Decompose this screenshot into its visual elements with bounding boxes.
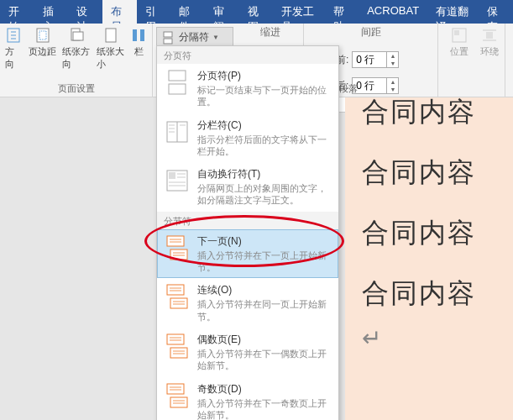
break-type-icon bbox=[164, 167, 191, 194]
item-description: 指示分栏符后面的文字将从下一栏开始。 bbox=[197, 134, 332, 158]
label: 纸张大小 bbox=[97, 45, 125, 71]
document-text-line[interactable]: 合同内容 bbox=[345, 97, 513, 143]
svg-rect-23 bbox=[167, 334, 184, 344]
label: 位置 bbox=[450, 45, 469, 58]
tab-开始[interactable]: 开始 bbox=[0, 0, 34, 24]
break-type-icon bbox=[164, 118, 191, 145]
svg-rect-26 bbox=[170, 397, 187, 407]
spacing-after-spinner[interactable]: ▲▼ bbox=[352, 77, 399, 94]
item-title: 奇数页(D) bbox=[197, 382, 332, 396]
item-description: 分隔网页上的对象周围的文字，如分隔题注文字与正文。 bbox=[197, 182, 332, 207]
spacing-label: 间距 bbox=[311, 25, 431, 39]
group-label: 页面设置 bbox=[3, 82, 149, 97]
svg-rect-20 bbox=[170, 249, 187, 260]
document-text-line[interactable]: 合同内容 bbox=[345, 264, 513, 324]
svg-rect-18 bbox=[169, 172, 175, 179]
svg-rect-8 bbox=[164, 32, 172, 37]
spacing-before-spinner[interactable]: ▲▼ bbox=[352, 51, 399, 68]
item-title: 分页符(P) bbox=[197, 69, 332, 83]
spacing-after-input[interactable] bbox=[353, 80, 386, 92]
label: 分隔符 bbox=[179, 30, 209, 45]
break-type-icon bbox=[164, 234, 191, 261]
tab-邮件[interactable]: 邮件 bbox=[170, 0, 205, 24]
spin-up[interactable]: ▲ bbox=[386, 78, 398, 86]
orientation-button[interactable]: 纸张方向 bbox=[60, 25, 92, 72]
svg-rect-11 bbox=[454, 30, 459, 35]
svg-rect-24 bbox=[170, 348, 187, 358]
dropdown-item-分页符(P)[interactable]: 分页符(P)标记一页结束与下一页开始的位置。 bbox=[157, 64, 338, 113]
spin-down[interactable]: ▼ bbox=[386, 86, 398, 93]
tab-引用[interactable]: 引用 bbox=[137, 0, 171, 24]
svg-rect-7 bbox=[140, 29, 144, 41]
svg-rect-19 bbox=[167, 236, 184, 246]
svg-rect-1 bbox=[37, 29, 49, 42]
break-type-icon bbox=[164, 382, 191, 409]
indent-label: 缩进 bbox=[240, 25, 300, 39]
item-title: 下一页(N) bbox=[197, 234, 332, 249]
svg-rect-13 bbox=[169, 71, 186, 81]
dropdown-item-偶数页(E)[interactable]: 偶数页(E)插入分节符并在下一偶数页上开始新节。 bbox=[157, 328, 338, 377]
break-type-icon bbox=[164, 283, 191, 310]
document-page[interactable]: 合同内容合同内容合同内容合同内容↵ bbox=[345, 97, 513, 420]
svg-rect-12 bbox=[486, 32, 493, 39]
breaks-dropdown-menu: 分页符 分页符(P)标记一页结束与下一页开始的位置。分栏符(C)指示分栏符后面的… bbox=[156, 45, 339, 420]
label: 环绕 bbox=[480, 45, 499, 58]
item-title: 自动换行符(T) bbox=[197, 167, 332, 181]
tab-设计[interactable]: 设计 bbox=[68, 0, 102, 24]
size-button[interactable]: 纸张大小 bbox=[95, 25, 127, 72]
dropdown-item-连续(O)[interactable]: 连续(O)插入分节符并在同一页上开始新节。 bbox=[157, 278, 338, 328]
break-type-icon bbox=[164, 69, 191, 96]
item-description: 插入分节符并在下一页上开始新节。 bbox=[197, 249, 332, 274]
item-title: 分栏符(C) bbox=[197, 118, 332, 133]
position-button[interactable]: 位置 bbox=[442, 25, 476, 60]
spin-up[interactable]: ▲ bbox=[386, 52, 398, 60]
document-text-line[interactable]: 合同内容 bbox=[345, 203, 513, 264]
spacing-before-input[interactable] bbox=[353, 54, 386, 66]
svg-rect-9 bbox=[164, 39, 172, 44]
paragraph-mark-icon: ↵ bbox=[345, 324, 513, 352]
dropdown-item-下一页(N)[interactable]: 下一页(N)插入分节符并在下一页上开始新节。 bbox=[157, 229, 338, 279]
chevron-down-icon: ▼ bbox=[212, 34, 219, 41]
break-type-icon bbox=[164, 333, 191, 360]
dropdown-section-page-breaks: 分页符 bbox=[157, 46, 338, 64]
item-description: 插入分节符并在下一奇数页上开始新节。 bbox=[197, 397, 332, 420]
svg-rect-14 bbox=[169, 84, 186, 94]
margins-button[interactable]: 页边距 bbox=[27, 25, 59, 72]
paragraph-group-label: 段落 bbox=[339, 82, 358, 95]
dropdown-section-section-breaks: 分节符 bbox=[157, 212, 338, 229]
tab-布局[interactable]: 布局 bbox=[102, 0, 137, 24]
dropdown-item-奇数页(D)[interactable]: 奇数页(D)插入分节符并在下一奇数页上开始新节。 bbox=[157, 377, 338, 420]
svg-rect-4 bbox=[73, 32, 83, 40]
item-description: 插入分节符并在下一偶数页上开始新节。 bbox=[197, 348, 332, 372]
tab-开发工具[interactable]: 开发工具 bbox=[273, 0, 324, 24]
tab-帮助[interactable]: 帮助 bbox=[325, 0, 359, 24]
label: 页边距 bbox=[29, 45, 56, 58]
label: 纸张方向 bbox=[62, 45, 91, 71]
item-title: 连续(O) bbox=[197, 283, 332, 297]
text-direction-button[interactable]: 方向 bbox=[3, 25, 25, 72]
dropdown-item-分栏符(C)[interactable]: 分栏符(C)指示分栏符后面的文字将从下一栏开始。 bbox=[157, 113, 338, 163]
svg-rect-6 bbox=[133, 29, 137, 41]
spin-down[interactable]: ▼ bbox=[386, 60, 398, 67]
wrap-button[interactable]: 环绕 bbox=[478, 25, 501, 60]
document-text-line[interactable]: 合同内容 bbox=[345, 143, 513, 203]
label: 方向 bbox=[5, 45, 24, 71]
label: 栏 bbox=[134, 45, 144, 58]
tab-有道翻译[interactable]: 有道翻译 bbox=[427, 0, 479, 24]
svg-rect-21 bbox=[167, 285, 184, 295]
item-description: 标记一页结束与下一页开始的位置。 bbox=[197, 84, 332, 108]
svg-rect-22 bbox=[170, 298, 187, 308]
columns-button[interactable]: 栏 bbox=[128, 25, 149, 72]
item-description: 插入分节符并在同一页上开始新节。 bbox=[197, 298, 332, 323]
tab-ACROBAT[interactable]: ACROBAT bbox=[359, 0, 427, 24]
svg-rect-25 bbox=[167, 384, 184, 394]
tab-bar: 开始插入设计布局引用邮件审阅视图开发工具帮助ACROBAT有道翻译保存 bbox=[0, 0, 513, 24]
tab-保存[interactable]: 保存 bbox=[479, 0, 513, 24]
tab-审阅[interactable]: 审阅 bbox=[205, 0, 239, 24]
item-title: 偶数页(E) bbox=[197, 333, 332, 347]
dropdown-item-自动换行符(T)[interactable]: 自动换行符(T)分隔网页上的对象周围的文字，如分隔题注文字与正文。 bbox=[157, 162, 338, 212]
svg-rect-5 bbox=[106, 29, 116, 42]
tab-插入[interactable]: 插入 bbox=[34, 0, 69, 24]
tab-视图[interactable]: 视图 bbox=[239, 0, 274, 24]
